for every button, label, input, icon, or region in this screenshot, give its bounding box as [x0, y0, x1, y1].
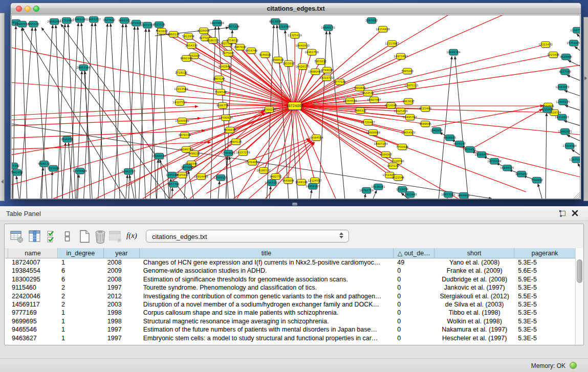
graph-node[interactable]: 15751074 [567, 40, 580, 47]
graph-node[interactable]: 19384554 [309, 135, 323, 141]
graph-node[interactable]: 2803144 [213, 76, 226, 82]
graph-edge[interactable] [564, 121, 580, 126]
graph-node[interactable]: 12942757 [121, 168, 135, 175]
graph-node[interactable]: 19861098 [73, 16, 87, 23]
graph-node[interactable]: 10196532 [256, 167, 270, 174]
table-cell[interactable]: 0 [394, 300, 434, 309]
table-settings-icon[interactable] [10, 229, 24, 244]
graph-edge[interactable] [157, 160, 158, 199]
graph-node[interactable]: 19648784 [446, 49, 461, 56]
graph-edge[interactable] [12, 106, 198, 116]
graph-node[interactable]: 8860124 [167, 31, 180, 38]
table-cell[interactable]: 14569117 [8, 300, 58, 309]
table-cell[interactable]: 9115460 [8, 283, 58, 292]
column-header-in_degree[interactable]: in_degree [58, 248, 104, 258]
graph-edge[interactable] [455, 56, 469, 199]
graph-edge[interactable] [577, 34, 580, 38]
graph-node[interactable]: 19654923 [401, 129, 415, 136]
table-cell[interactable]: Jankovic et al. (1997) [434, 283, 514, 292]
table-row[interactable]: 1872400712008Changes of HCN gene express… [5, 258, 576, 267]
graph-node[interactable]: 7524542 [214, 89, 227, 96]
graph-node[interactable]: 9186756 [216, 102, 229, 109]
graph-node[interactable]: 12975115 [404, 82, 418, 89]
table-cell[interactable]: Yano et al. (2008) [434, 258, 514, 267]
graph-edge[interactable] [472, 109, 542, 148]
graph-edge[interactable] [575, 47, 580, 51]
graph-node[interactable]: 9227343 [559, 69, 571, 75]
graph-node[interactable]: 9115460 [419, 105, 432, 112]
graph-node[interactable]: 8226058 [198, 28, 210, 34]
delete-trash-icon[interactable] [93, 229, 107, 244]
table-vertical-scrollbar[interactable] [575, 248, 583, 344]
graph-node[interactable]: 12213987 [385, 40, 399, 47]
graph-edge[interactable] [567, 75, 580, 81]
table-cell[interactable]: 2012 [104, 292, 140, 300]
table-cell[interactable]: 1 [58, 325, 104, 334]
graph-node[interactable]: 9184067 [380, 151, 392, 158]
table-cell[interactable]: Genome-wide association studies in ADHD. [140, 267, 394, 275]
graph-node[interactable]: 9245052 [515, 171, 528, 178]
window-titlebar[interactable]: citations_edges.txt [11, 3, 581, 14]
new-file-icon[interactable] [77, 229, 92, 244]
graph-node[interactable]: 18300295 [262, 106, 276, 113]
graph-node[interactable]: 7857224 [227, 24, 240, 30]
graph-edge[interactable] [35, 28, 48, 199]
table-cell[interactable]: 9699695 [8, 317, 58, 325]
table-cell[interactable]: 0 [394, 317, 434, 325]
table-cell[interactable]: 22420046 [8, 292, 58, 300]
table-cell[interactable]: 5.3E-5 [514, 258, 576, 267]
table-cell[interactable]: 5.3E-5 [514, 283, 576, 292]
graph-edge[interactable] [565, 105, 580, 111]
graph-edge[interactable] [191, 46, 295, 106]
graph-edge[interactable] [186, 58, 295, 106]
table-row[interactable]: 977716911998Corpus callosum shape and si… [5, 309, 576, 317]
graph-node[interactable]: 11731800 [59, 17, 74, 24]
graph-node[interactable]: 18724007 [286, 102, 303, 111]
table-cell[interactable]: 0 [394, 283, 434, 292]
graph-node[interactable]: 1840954 [430, 127, 443, 134]
graph-node[interactable]: 19210722 [319, 75, 333, 81]
graph-node[interactable]: 1822017 [282, 60, 295, 67]
memory-status-led[interactable] [570, 362, 577, 369]
graph-node[interactable]: 1615132 [387, 163, 399, 169]
graph-node[interactable]: 9464662 [458, 192, 470, 199]
column-header-pagerank[interactable]: pagerank [514, 248, 576, 258]
graph-node[interactable]: 1215408 [547, 52, 560, 58]
column-header-out_de…[interactable]: △ out_de… [394, 248, 434, 258]
expand-right-panel-icon[interactable] [584, 76, 587, 80]
graph-node[interactable]: 9474412 [464, 146, 476, 153]
graph-node[interactable]: 15166822 [175, 118, 189, 124]
window-resize-grip[interactable] [574, 192, 580, 199]
table-row[interactable]: 946362711997Embryonic stem cells: a mode… [5, 334, 576, 342]
graph-edge[interactable] [295, 46, 302, 106]
table-cell[interactable]: 1997 [104, 283, 140, 292]
graph-node[interactable]: 10807487 [367, 97, 381, 103]
graph-node[interactable]: 10590824 [219, 115, 233, 121]
table-cell[interactable]: 9463627 [8, 334, 58, 342]
column-header-short[interactable]: short [434, 248, 514, 258]
graph-node[interactable]: 16154838 [376, 26, 390, 33]
graph-node[interactable]: 9482751 [270, 173, 282, 180]
graph-node[interactable]: 5648854 [282, 178, 295, 184]
table-cell[interactable]: 5.3E-5 [514, 309, 576, 317]
graph-node[interactable]: 18640910 [295, 42, 310, 49]
graph-node[interactable]: 2405572 [27, 21, 39, 28]
graph-node[interactable]: 16934325 [500, 165, 514, 171]
graph-node[interactable]: 17957253 [265, 180, 278, 186]
graph-node[interactable]: 7756928 [396, 144, 409, 150]
graph-node[interactable]: 16033809 [210, 20, 224, 27]
network-graph[interactable]: 1095331923940557240557220691406117318001… [12, 15, 580, 199]
table-row[interactable]: 1830029562008Estimation of significance … [5, 275, 576, 283]
graph-node[interactable]: 9975887 [181, 164, 193, 171]
graph-node[interactable]: 10973493 [394, 53, 407, 60]
graph-node[interactable]: 3315026 [47, 165, 60, 172]
graph-edge[interactable] [546, 113, 547, 199]
column-header-title[interactable]: title [140, 248, 394, 258]
graph-node[interactable]: 2967608 [234, 44, 247, 51]
graph-node[interactable]: 1654333 [185, 42, 198, 49]
table-cell[interactable]: 6 [58, 275, 104, 283]
graph-node[interactable]: 2522544 [392, 174, 405, 181]
graph-edge[interactable] [150, 28, 158, 199]
table-cell[interactable]: 1998 [104, 317, 140, 325]
graph-node[interactable]: 9146821 [259, 52, 271, 58]
